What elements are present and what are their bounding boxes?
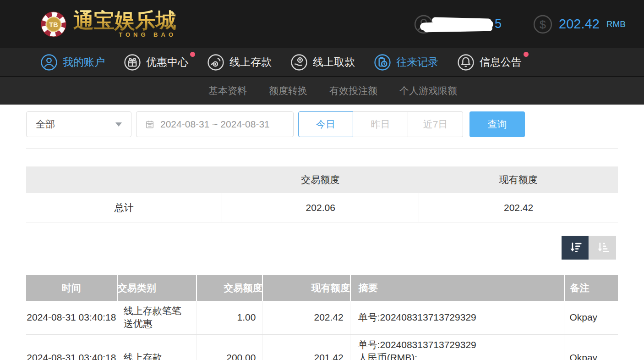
column-header-type: 交易类别 [117,275,196,301]
nav-label: 优惠中心 [146,55,188,69]
column-header-remark: 备注 [564,275,618,301]
poker-chip-logo-icon: TB [40,11,67,38]
dollar-icon: $ [533,14,553,34]
notification-badge-dot [190,52,195,57]
summary-header-transaction: 交易额度 [222,166,419,193]
sort-descending-button[interactable] [562,236,589,260]
subnav-valid-bets[interactable]: 有效投注额 [329,84,377,97]
transaction-type-select[interactable]: 全部 [26,111,131,137]
redaction-scribble [424,25,492,32]
cell-balance: 201.42 [262,335,349,360]
balance-display[interactable]: $ 202.42 RMB [533,14,626,34]
nav-item-announcements[interactable]: 信息公告 [457,54,525,71]
select-value: 全部 [36,118,55,131]
balance-amount: 202.42 [559,17,600,32]
table-row: 2024-08-31 03:40:18 线上存款 200.00 201.42 单… [26,335,618,360]
nav-label: 我的账户 [63,55,105,69]
sort-controls [26,236,618,260]
svg-text:$: $ [540,18,546,31]
nav-label: 线上取款 [313,55,355,69]
summary-header-row: 交易额度 现有额度 [26,166,618,193]
summary-header-balance: 现有额度 [419,166,618,193]
date-range-input[interactable]: 2024-08-31 ~ 2024-08-31 [136,111,294,137]
date-range-value: 2024-08-31 ~ 2024-08-31 [160,119,270,130]
quick-range-group: 今日 昨日 近7日 [298,111,463,137]
column-header-summary: 摘要 [350,275,564,301]
sort-ascending-icon [595,240,610,255]
table-row: 2024-08-31 03:40:18 线上存款笔笔送优惠 1.00 202.4… [26,301,618,335]
cell-remark: Okpay [564,301,618,334]
svg-text:TB: TB [49,21,58,28]
summary-header-empty [26,166,222,193]
username-redacted: 5 [437,15,502,33]
subnav-basic-info[interactable]: 基本资料 [208,84,247,97]
quick-range-yesterday[interactable]: 昨日 [353,111,408,137]
subnav-credit-transfer[interactable]: 额度转换 [269,84,307,97]
records-table: 时间 交易类别 交易额度 现有额度 摘要 备注 2024-08-31 03:40… [26,275,618,360]
summary-total-label: 总计 [26,193,222,222]
sort-ascending-button[interactable] [589,236,616,260]
cell-summary: 单号:202408313713729329 人民币(RMB): 200 [350,335,564,360]
cell-amount: 200.00 [196,335,262,360]
nav-item-promotions[interactable]: 优惠中心 [124,54,192,71]
brand-name: 通宝娱乐城 [73,10,176,31]
redaction-scribble [432,17,491,25]
cell-balance: 202.42 [262,301,349,334]
username-visible-fragment: 5 [495,17,502,31]
nav-item-online-deposit[interactable]: 线上存款 [207,54,275,71]
calendar-icon [145,119,155,129]
chevron-down-icon [115,122,122,127]
records-icon [374,54,391,71]
cell-remark: Okpay [564,335,618,360]
summary-table: 交易额度 现有额度 总计 202.06 202.42 [26,166,618,222]
quick-range-today[interactable]: 今日 [298,111,353,137]
cell-time: 2024-08-31 03:40:18 [26,301,117,334]
column-header-amount: 交易额度 [196,275,262,301]
query-button[interactable]: 查询 [469,111,525,137]
notification-badge-dot [524,52,529,57]
user-account[interactable]: 5 [414,14,502,34]
main-nav: 我的账户 优惠中心 线上存款 [0,48,644,77]
nav-label: 信息公告 [480,55,522,69]
filter-row: 全部 2024-08-31 ~ 2024-08-31 今日 昨日 近7日 查询 [26,111,618,137]
summary-total-row: 总计 202.06 202.42 [26,193,618,222]
brand-block: 通宝娱乐城 TONG BAO [73,10,176,38]
user-area: 5 $ 202.42 RMB [414,14,626,34]
cell-amount: 1.00 [196,301,262,334]
subnav-personal-game-limits[interactable]: 个人游戏限额 [399,84,457,97]
top-header: TB 通宝娱乐城 TONG BAO 5 [0,0,644,48]
deposit-icon [207,54,224,71]
nav-item-my-account[interactable]: 我的账户 [40,54,109,71]
cell-summary: 单号:202408313713729329 [350,301,564,334]
withdraw-icon [290,54,308,71]
account-subnav: 基本资料 额度转换 有效投注额 个人游戏限额 [0,77,644,105]
section-divider [26,148,618,149]
column-header-balance: 现有额度 [262,275,349,301]
records-header-row: 时间 交易类别 交易额度 现有额度 摘要 备注 [26,275,618,301]
gift-icon [124,54,141,71]
user-icon [40,54,58,71]
nav-label: 线上存款 [229,55,272,69]
cell-type: 线上存款笔笔送优惠 [117,301,196,334]
bell-icon [457,54,475,71]
nav-label: 往来记录 [396,55,438,69]
balance-currency: RMB [606,19,626,29]
summary-balance-total: 202.42 [419,193,618,222]
main-content: 全部 2024-08-31 ~ 2024-08-31 今日 昨日 近7日 查询 [0,111,644,360]
column-header-time: 时间 [26,275,117,301]
cell-type: 线上存款 [117,335,196,360]
brand-subtitle: TONG BAO [119,31,176,38]
nav-item-online-withdrawal[interactable]: 线上取款 [290,54,359,71]
quick-range-last7days[interactable]: 近7日 [408,111,463,137]
nav-item-transaction-records[interactable]: 往来记录 [374,54,442,71]
sort-descending-icon [568,240,583,255]
site-logo[interactable]: TB 通宝娱乐城 TONG BAO [40,10,176,38]
summary-transaction-total: 202.06 [222,193,419,222]
cell-time: 2024-08-31 03:40:18 [26,335,117,360]
